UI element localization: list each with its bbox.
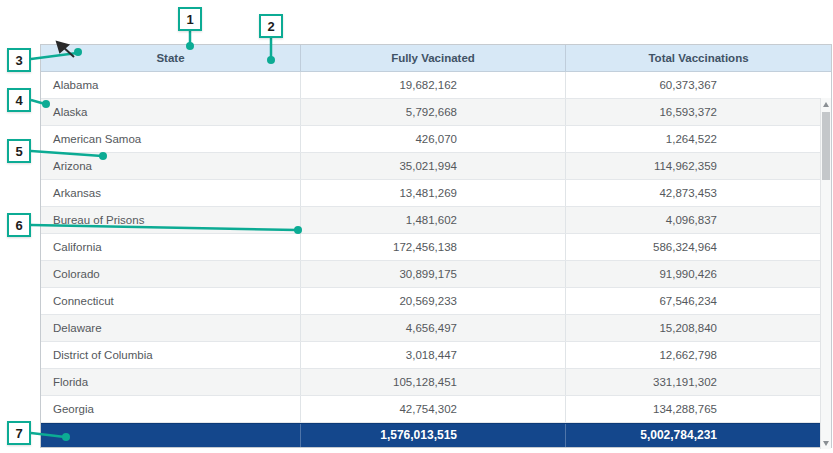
table-header-row: State Fully Vacinated Total Vaccinations [41,45,831,72]
state-cell: Delaware [41,315,300,341]
state-cell: Connecticut [41,288,300,314]
vertical-scrollbar[interactable] [820,98,831,449]
fully-vaccinated-cell: 13,481,269 [300,180,565,206]
state-cell: Arizona [41,153,300,179]
table-row[interactable]: Alaska 5,792,668 16,593,372 [41,99,831,126]
fully-vaccinated-cell: 42,754,302 [300,396,565,422]
state-cell: Florida [41,369,300,395]
fully-vaccinated-cell: 19,682,162 [300,72,565,98]
total-vaccinations-cell: 331,191,302 [565,369,831,395]
total-vaccinations-cell: 91,990,426 [565,261,831,287]
table-row[interactable]: California 172,456,138 586,324,964 [41,234,831,261]
fully-vaccinated-cell: 4,656,497 [300,315,565,341]
summary-row: 1,576,013,515 5,002,784,231 [41,423,831,447]
summary-fully-vaccinated: 1,576,013,515 [300,424,565,447]
total-vaccinations-cell: 12,662,798 [565,342,831,368]
total-vaccinations-cell: 16,593,372 [565,99,831,125]
column-header-state[interactable]: State [41,45,300,71]
table-row[interactable]: Arkansas 13,481,269 42,873,453 [41,180,831,207]
total-vaccinations-cell: 114,962,359 [565,153,831,179]
state-cell: Alaska [41,99,300,125]
column-header-total-vaccinations[interactable]: Total Vaccinations [565,45,831,71]
state-cell: Bureau of Prisons [41,207,300,233]
table-row[interactable]: Alabama 19,682,162 60,373,367 [41,72,831,99]
table-row[interactable]: American Samoa 426,070 1,264,522 [41,126,831,153]
state-cell: California [41,234,300,260]
table-row[interactable]: District of Columbia 3,018,447 12,662,79… [41,342,831,369]
table-row[interactable]: Arizona 35,021,994 114,962,359 [41,153,831,180]
total-vaccinations-cell: 67,546,234 [565,288,831,314]
state-cell: Alabama [41,72,300,98]
fully-vaccinated-cell: 5,792,668 [300,99,565,125]
callout-5: 5 [7,139,31,163]
summary-state-cell [41,424,300,447]
vaccinations-table: State Fully Vacinated Total Vaccinations… [40,44,832,448]
fully-vaccinated-cell: 30,899,175 [300,261,565,287]
fully-vaccinated-cell: 20,569,233 [300,288,565,314]
total-vaccinations-cell: 15,208,840 [565,315,831,341]
state-cell: Arkansas [41,180,300,206]
total-vaccinations-cell: 134,288,765 [565,396,831,422]
fully-vaccinated-cell: 3,018,447 [300,342,565,368]
fully-vaccinated-cell: 105,128,451 [300,369,565,395]
scroll-down-icon[interactable] [821,437,831,449]
table-body: Alabama 19,682,162 60,373,367 Alaska 5,7… [41,72,831,423]
state-cell: Georgia [41,396,300,422]
scrollbar-thumb[interactable] [822,112,830,180]
total-vaccinations-cell: 60,373,367 [565,72,831,98]
total-vaccinations-cell: 1,264,522 [565,126,831,152]
table-row[interactable]: Georgia 42,754,302 134,288,765 [41,396,831,423]
fully-vaccinated-cell: 426,070 [300,126,565,152]
column-header-fully-vaccinated[interactable]: Fully Vacinated [300,45,565,71]
state-cell: Colorado [41,261,300,287]
state-cell: American Samoa [41,126,300,152]
callout-4: 4 [7,88,31,112]
fully-vaccinated-cell: 172,456,138 [300,234,565,260]
total-vaccinations-cell: 4,096,837 [565,207,831,233]
fully-vaccinated-cell: 1,481,602 [300,207,565,233]
table-row[interactable]: Florida 105,128,451 331,191,302 [41,369,831,396]
summary-total-vaccinations: 5,002,784,231 [565,424,831,447]
total-vaccinations-cell: 586,324,964 [565,234,831,260]
callout-2: 2 [259,14,283,38]
callout-3: 3 [7,48,31,72]
table-row[interactable]: Bureau of Prisons 1,481,602 4,096,837 [41,207,831,234]
total-vaccinations-cell: 42,873,453 [565,180,831,206]
callout-1: 1 [178,7,202,31]
table-row[interactable]: Connecticut 20,569,233 67,546,234 [41,288,831,315]
callout-7: 7 [7,421,31,445]
table-row[interactable]: Delaware 4,656,497 15,208,840 [41,315,831,342]
scroll-up-icon[interactable] [821,98,831,110]
fully-vaccinated-cell: 35,021,994 [300,153,565,179]
callout-6: 6 [7,213,31,237]
table-row[interactable]: Colorado 30,899,175 91,990,426 [41,261,831,288]
state-cell: District of Columbia [41,342,300,368]
